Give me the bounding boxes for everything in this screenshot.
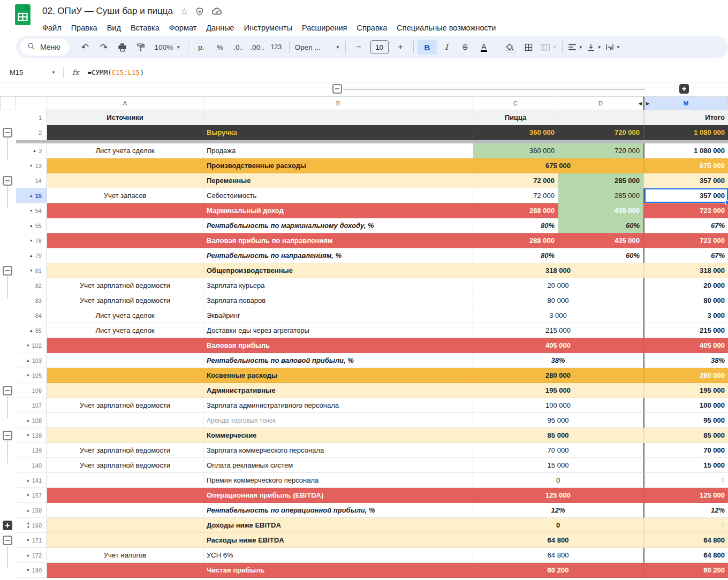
- column-header-a[interactable]: A: [47, 96, 203, 110]
- menu-file[interactable]: Файл: [37, 22, 66, 34]
- column-group-expand-button[interactable]: [679, 84, 689, 94]
- paint-format-icon[interactable]: [132, 40, 150, 55]
- row-group-end-icon[interactable]: ▲: [29, 329, 33, 332]
- cell-cd13[interactable]: 675 000: [473, 158, 643, 173]
- column-group-collapse-button[interactable]: [332, 84, 342, 94]
- formula-input[interactable]: =СУММ(C15:L15): [88, 68, 144, 77]
- cell-a102[interactable]: [47, 338, 203, 353]
- locked-icon[interactable]: [195, 7, 204, 16]
- currency-format-button[interactable]: р.: [192, 40, 210, 55]
- cell-m103[interactable]: 38%: [643, 353, 728, 368]
- menu-tools[interactable]: Инструменты: [239, 22, 297, 34]
- row-group-end-icon[interactable]: ▲: [26, 478, 30, 482]
- cell-c79[interactable]: 80%: [473, 248, 558, 263]
- menu-accessibility[interactable]: Специальные возможности: [392, 22, 500, 34]
- row-group-gutter[interactable]: [0, 125, 16, 140]
- row-group-end-icon[interactable]: ▲: [33, 149, 36, 152]
- row-header-157[interactable]: ▼157: [16, 488, 47, 503]
- cell-a106[interactable]: [47, 383, 203, 398]
- row-header-81[interactable]: ▼81: [16, 263, 47, 278]
- row-header-102[interactable]: ▼102: [16, 338, 47, 353]
- row-group-collapse-button[interactable]: [3, 386, 12, 395]
- cloud-saved-icon[interactable]: [211, 7, 223, 16]
- cell-a171[interactable]: [47, 533, 203, 548]
- decrease-decimals-button[interactable]: .0←: [230, 40, 248, 55]
- cell-m106[interactable]: 195 000: [643, 383, 728, 398]
- cell-b160[interactable]: Доходы ниже EBITDA: [203, 518, 473, 533]
- cell-a160[interactable]: [47, 518, 203, 533]
- cell-b14[interactable]: Переменные: [203, 173, 473, 188]
- text-color-button[interactable]: A: [475, 40, 493, 55]
- cell-a103[interactable]: [47, 353, 203, 368]
- cell-b105[interactable]: Косвенные расходы: [203, 368, 473, 383]
- cell-cd82[interactable]: 20 000: [473, 278, 643, 293]
- vertical-align-icon[interactable]: ▼: [585, 40, 603, 55]
- cell-m141[interactable]: 0: [643, 473, 728, 488]
- cell-c1[interactable]: Пицца: [473, 110, 558, 125]
- cell-b140[interactable]: Оплата рекламных систем: [203, 458, 473, 473]
- cell-cd106[interactable]: 195 000: [473, 383, 643, 398]
- cell-b82[interactable]: Зарплата курьера: [203, 278, 473, 293]
- cell-cd103[interactable]: 38%: [473, 353, 643, 368]
- row-group-end-icon[interactable]: ▲: [29, 224, 33, 227]
- cell-a2[interactable]: [47, 125, 203, 140]
- cell-b138[interactable]: Коммерческие: [203, 428, 473, 443]
- row-header-139[interactable]: 139: [16, 443, 47, 458]
- cell-a84[interactable]: Лист учета сделок: [47, 308, 203, 323]
- cell-a108[interactable]: [47, 413, 203, 428]
- cell-cd157[interactable]: 125 000: [473, 488, 643, 503]
- hidden-columns-left-icon[interactable]: ◀: [639, 101, 642, 106]
- row-header-1[interactable]: 1: [16, 110, 47, 125]
- horizontal-align-icon[interactable]: ▼: [566, 40, 585, 55]
- cell-b84[interactable]: Эквайринг: [203, 308, 473, 323]
- cell-m2[interactable]: 1 080 000: [643, 125, 728, 140]
- cell-d14[interactable]: 285 000: [558, 173, 643, 188]
- cell-a138[interactable]: [47, 428, 203, 443]
- cell-cd171[interactable]: 64 800: [473, 533, 643, 548]
- cell-a190[interactable]: [47, 563, 203, 578]
- cell-m14[interactable]: 357 000: [643, 173, 728, 188]
- cell-a14[interactable]: [47, 173, 203, 188]
- row-group-collapse-button[interactable]: [3, 536, 12, 545]
- decrease-font-size-button[interactable]: −: [350, 40, 368, 55]
- fill-color-icon[interactable]: [501, 40, 519, 55]
- cell-a15[interactable]: Учет запасов: [47, 188, 203, 203]
- row-header-158[interactable]: ▲158: [16, 503, 47, 518]
- cell-b2[interactable]: Выручка: [203, 125, 473, 140]
- cell-d54[interactable]: 435 000: [558, 203, 643, 218]
- row-group-collapse-icon[interactable]: ▼: [26, 568, 30, 572]
- menu-extensions[interactable]: Расширения: [297, 22, 352, 34]
- cell-m13[interactable]: 675 000: [643, 158, 728, 173]
- cell-b81[interactable]: Общепроизводственные: [203, 263, 473, 278]
- cell-cd160[interactable]: 0: [473, 518, 643, 533]
- row-header-160[interactable]: ▼▲160: [16, 518, 47, 533]
- row-header-108[interactable]: ▲108: [16, 413, 47, 428]
- cell-m55[interactable]: 67%: [643, 218, 728, 233]
- more-formats-button[interactable]: 123: [267, 40, 285, 55]
- cell-m171[interactable]: 64 800: [643, 533, 728, 548]
- cell-cd83[interactable]: 80 000: [473, 293, 643, 308]
- row-group-collapse-icon[interactable]: ▼: [26, 373, 30, 377]
- row-header-107[interactable]: 107: [16, 398, 47, 413]
- cell-c55[interactable]: 80%: [473, 218, 558, 233]
- cell-a85[interactable]: Лист учета сделок: [47, 323, 203, 338]
- cell-c3[interactable]: 360 000: [473, 143, 558, 158]
- cell-a157[interactable]: [47, 488, 203, 503]
- row-header-3[interactable]: ▲3: [16, 143, 47, 158]
- cell-c14[interactable]: 72 000: [473, 173, 558, 188]
- cell-a172[interactable]: Учет налогов: [47, 548, 203, 563]
- cell-c54[interactable]: 288 000: [473, 203, 558, 218]
- cell-b141[interactable]: Премия коммерческого персонала: [203, 473, 473, 488]
- row-group-collapsed-icon[interactable]: ▼▲: [27, 523, 30, 528]
- row-group-end-icon[interactable]: ▲: [26, 553, 30, 557]
- column-header-m[interactable]: ▶M: [643, 96, 728, 110]
- row-group-gutter[interactable]: [0, 263, 16, 278]
- cell-d2[interactable]: 720 000: [558, 125, 643, 140]
- row-group-end-icon[interactable]: ▲: [29, 254, 33, 257]
- cell-b78[interactable]: Валовая прибыль по направлениям: [203, 233, 473, 248]
- cell-cd138[interactable]: 85 000: [473, 428, 643, 443]
- cell-b83[interactable]: Зарплата поваров: [203, 293, 473, 308]
- cell-a139[interactable]: Учет зарплатной ведомости: [47, 443, 203, 458]
- cell-b106[interactable]: Административные: [203, 383, 473, 398]
- cell-a78[interactable]: [47, 233, 203, 248]
